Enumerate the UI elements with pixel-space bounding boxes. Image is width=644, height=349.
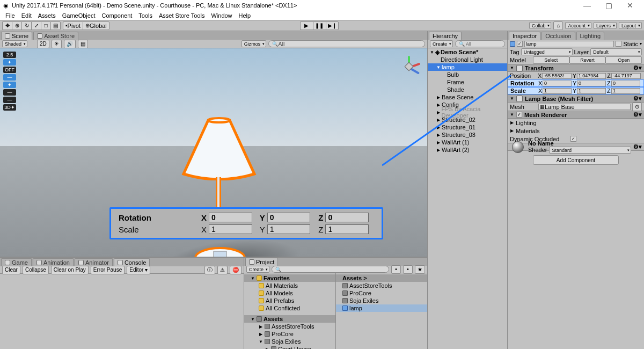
fav-all-materials[interactable]: All Materials xyxy=(244,282,335,289)
2d-toggle[interactable]: 2D xyxy=(37,40,49,48)
pos-z[interactable]: -44.7197 xyxy=(611,73,641,79)
meshrenderer-enabled[interactable]: ✓ xyxy=(516,112,522,118)
console-clear[interactable]: Clear xyxy=(2,266,20,274)
tab-asset-store[interactable]: Asset Store xyxy=(33,32,78,40)
pos-x[interactable]: -65.5563! xyxy=(542,73,572,79)
model-select[interactable]: Select xyxy=(533,56,569,64)
rect-tool[interactable]: □ xyxy=(41,21,50,30)
model-open[interactable]: Open xyxy=(605,56,642,64)
favorites-header[interactable]: ▼Favorites xyxy=(244,274,335,282)
scale-y[interactable]: 1 xyxy=(577,88,606,94)
global-button[interactable]: ⊕ Global xyxy=(83,21,109,30)
project-filter-1[interactable]: • xyxy=(391,265,401,274)
active-checkbox[interactable]: ✓ xyxy=(517,41,523,47)
callout-rot-y[interactable]: 0 xyxy=(267,213,311,222)
h-structure03[interactable]: ▶Structure_03 xyxy=(428,131,507,139)
tab-occlusion[interactable]: Occlusion xyxy=(541,32,575,40)
console-filter-error[interactable]: ⛔ xyxy=(230,266,241,274)
menu-assetstoretools[interactable]: Asset Store Tools xyxy=(156,12,208,19)
h-directional-light[interactable]: Directional Light xyxy=(428,56,507,63)
orientation-gizmo[interactable] xyxy=(394,52,424,82)
materials-foldout[interactable]: Materials xyxy=(516,128,540,134)
assets-header[interactable]: ▼Assets xyxy=(244,315,335,323)
unified-tool[interactable]: ▤ xyxy=(50,21,61,30)
scene-search[interactable]: 🔍 All xyxy=(268,40,425,47)
callout-scale-z[interactable]: 1 xyxy=(325,224,369,234)
hand-tool[interactable]: ✥ xyxy=(2,21,12,30)
callout-scale-y[interactable]: 1 xyxy=(267,224,311,234)
menu-component[interactable]: Component xyxy=(98,12,135,19)
lighting-foldout[interactable]: Lighting xyxy=(516,120,537,126)
fav-all-conflicted[interactable]: All Conflicted xyxy=(244,304,335,312)
rot-z[interactable]: 0 xyxy=(611,81,640,86)
console-error-pause[interactable]: Error Pause xyxy=(91,266,125,274)
step-button[interactable]: ▶❙ xyxy=(326,21,339,30)
rot-x[interactable]: 0 xyxy=(543,81,572,86)
console-collapse[interactable]: Collapse xyxy=(23,266,49,274)
mesh-picker[interactable]: ⊙ xyxy=(632,103,642,111)
assets-breadcrumb[interactable]: Assets > xyxy=(336,274,427,282)
menu-window[interactable]: Window xyxy=(208,12,235,19)
component-menu-icon[interactable]: ⚙▾ xyxy=(633,143,642,150)
h-fps[interactable]: ▶FPS By Acacia Developer xyxy=(428,108,507,116)
fav-all-models[interactable]: All Models xyxy=(244,289,335,297)
h-wallart2[interactable]: ▶WallArt (2) xyxy=(428,146,507,154)
cloud-button[interactable]: ⌂ xyxy=(553,21,563,30)
gizmos-dropdown[interactable]: Gizmos xyxy=(241,40,267,47)
menu-file[interactable]: File xyxy=(2,12,18,19)
menu-edit[interactable]: Edit xyxy=(18,12,35,19)
asset-procore[interactable]: ▶ProCore xyxy=(244,330,335,338)
component-menu-icon[interactable]: ⚙▾ xyxy=(633,64,642,71)
component-menu-icon[interactable]: ⚙▾ xyxy=(633,95,642,102)
grid-lamp[interactable]: lamp xyxy=(336,304,427,312)
h-lamp[interactable]: ▼lamp xyxy=(428,63,507,71)
grid-assetstoretools[interactable]: AssetStoreTools xyxy=(336,282,427,289)
h-structure01[interactable]: ▶Structure_01 xyxy=(428,123,507,131)
light-toggle[interactable]: ☀ xyxy=(52,40,62,48)
transform-header[interactable]: ▼Transform⚙▾ xyxy=(508,64,644,72)
layout-dropdown[interactable]: Layout xyxy=(619,22,642,29)
h-frame[interactable]: Frame xyxy=(428,78,507,86)
pivot-button[interactable]: ▪ Pivot xyxy=(63,21,83,30)
hierarchy-create[interactable]: Create xyxy=(430,40,453,47)
console-clear-on-play[interactable]: Clear on Play xyxy=(51,266,89,274)
rotate-tool[interactable]: ↻ xyxy=(21,21,31,30)
tag-dropdown[interactable]: Untagged xyxy=(521,48,573,55)
menu-gameobject[interactable]: GameObject xyxy=(59,12,99,19)
h-base-scene[interactable]: ▶Base Scene xyxy=(428,93,507,101)
callout-rot-z[interactable]: 0 xyxy=(325,213,369,222)
menu-assets[interactable]: Assets xyxy=(35,12,59,19)
lamp-base[interactable] xyxy=(193,246,247,257)
meshfilter-header[interactable]: ▼Lamp Base (Mesh Filter)⚙▾ xyxy=(508,94,644,103)
console-editor[interactable]: Editor ▾ xyxy=(127,266,150,274)
fav-all-prefabs[interactable]: All Prefabs xyxy=(244,297,335,304)
scale-z[interactable]: 1 xyxy=(611,88,640,94)
ctl-3d[interactable]: 3D✦ xyxy=(3,104,16,111)
layer-dropdown[interactable]: Default xyxy=(590,48,642,55)
meshrenderer-header[interactable]: ▼✓Mesh Renderer⚙▾ xyxy=(508,111,644,119)
tab-animation[interactable]: Animation xyxy=(33,258,74,266)
asset-sojaexiles[interactable]: ▼Soja Exiles xyxy=(244,338,335,345)
hierarchy-search[interactable]: 🔍 All xyxy=(455,40,505,47)
callout-rot-x[interactable]: 0 xyxy=(209,213,252,222)
tab-scene[interactable]: Scene xyxy=(1,32,32,40)
static-checkbox[interactable] xyxy=(616,41,621,47)
asset-assetstoretools[interactable]: ▶AssetStoreTools xyxy=(244,323,335,330)
h-wallart1[interactable]: ▶WallArt (1) xyxy=(428,139,507,146)
close-button[interactable]: ✕ xyxy=(619,1,641,10)
callout-scale-x[interactable]: 1 xyxy=(209,224,252,234)
h-bulb[interactable]: Bulb xyxy=(428,71,507,78)
tab-console[interactable]: Console xyxy=(114,258,150,266)
account-dropdown[interactable]: Account xyxy=(565,22,591,29)
h-shade[interactable]: Shade xyxy=(428,86,507,93)
ctl-off[interactable]: OFF xyxy=(3,67,16,73)
mesh-field[interactable]: ▦ Lamp Base xyxy=(538,104,631,110)
scale-x[interactable]: 1 xyxy=(543,88,572,94)
ctl-6[interactable]: — xyxy=(3,97,16,103)
fx-toggle[interactable]: ▤ xyxy=(78,40,88,48)
grid-sojaexiles[interactable]: Soja Exiles xyxy=(336,297,427,304)
ctl-3[interactable]: — xyxy=(3,74,16,81)
add-component-button[interactable]: Add Component xyxy=(533,155,619,165)
play-button[interactable]: ▶ xyxy=(300,21,313,30)
menu-help[interactable]: Help xyxy=(236,12,254,19)
